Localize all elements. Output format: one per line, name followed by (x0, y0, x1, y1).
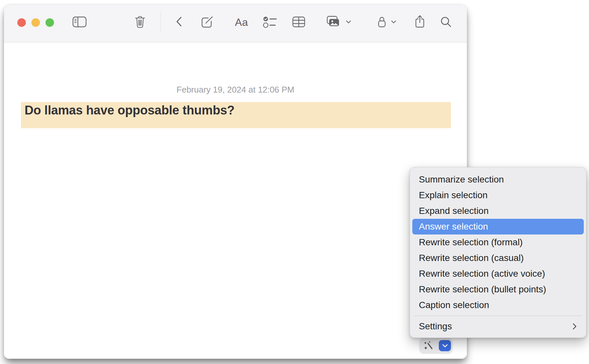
toolbar-divider (161, 12, 161, 32)
format-button[interactable]: Aa (233, 16, 250, 29)
trash-icon (134, 15, 146, 28)
delete-note-button[interactable] (134, 15, 146, 28)
ai-dropdown-button[interactable] (439, 340, 451, 351)
settings-label: Settings (419, 321, 452, 332)
chevron-down-icon (346, 20, 351, 24)
ai-context-menu: Summarize selection Explain selection Ex… (410, 167, 586, 338)
menu-item-rewrite-casual[interactable]: Rewrite selection (casual) (412, 250, 584, 266)
menu-item-rewrite-bullet-points[interactable]: Rewrite selection (bullet points) (412, 282, 584, 297)
table-icon (292, 16, 305, 27)
close-button[interactable] (17, 18, 26, 27)
search-button[interactable] (440, 16, 452, 28)
zoom-button[interactable] (45, 18, 54, 27)
share-button[interactable] (415, 15, 425, 28)
note-title[interactable]: Do llamas have opposable thumbs? (21, 102, 451, 117)
notes-window: Aa (4, 5, 467, 359)
lock-dropdown[interactable] (391, 20, 396, 24)
sidebar-toggle-button[interactable] (72, 16, 87, 27)
menu-item-caption-selection[interactable]: Caption selection (412, 297, 584, 313)
checklist-button[interactable] (263, 16, 278, 28)
share-icon (415, 15, 425, 28)
table-button[interactable] (292, 16, 305, 27)
toolbar: Aa (4, 5, 467, 43)
new-note-button[interactable] (201, 15, 214, 28)
chevron-right-icon (573, 323, 577, 330)
format-icon: Aa (235, 16, 248, 28)
menu-item-expand-selection[interactable]: Expand selection (412, 203, 584, 219)
minimize-button[interactable] (31, 18, 40, 27)
note-date: February 19, 2024 at 12:06 PM (4, 85, 467, 95)
compose-icon (201, 15, 214, 28)
photos-icon (325, 16, 340, 28)
lock-button[interactable] (377, 16, 386, 28)
back-button[interactable] (175, 16, 183, 27)
menu-item-answer-selection[interactable]: Answer selection (412, 219, 584, 234)
lock-icon (377, 16, 386, 28)
menu-item-settings[interactable]: Settings (412, 319, 584, 334)
chevron-left-icon (175, 16, 183, 27)
media-dropdown[interactable] (346, 20, 351, 24)
menu-divider (414, 316, 582, 316)
media-button[interactable] (325, 16, 340, 28)
chevron-down-icon (391, 20, 396, 24)
magic-wand-icon (423, 340, 434, 351)
selected-text-highlight[interactable]: Do llamas have opposable thumbs? (21, 102, 451, 128)
menu-item-rewrite-active-voice[interactable]: Rewrite selection (active voice) (412, 266, 584, 282)
menu-item-summarize-selection[interactable]: Summarize selection (412, 172, 584, 187)
ai-wand-button[interactable] (422, 340, 435, 351)
menu-item-explain-selection[interactable]: Explain selection (412, 187, 584, 203)
ai-assistant-capsule (420, 338, 452, 353)
sidebar-icon (72, 16, 87, 27)
menu-item-rewrite-formal[interactable]: Rewrite selection (formal) (412, 234, 584, 250)
search-icon (440, 16, 452, 28)
note-editor[interactable]: February 19, 2024 at 12:06 PM Do llamas … (4, 43, 467, 359)
chevron-down-icon (442, 344, 448, 348)
checklist-icon (263, 16, 278, 28)
